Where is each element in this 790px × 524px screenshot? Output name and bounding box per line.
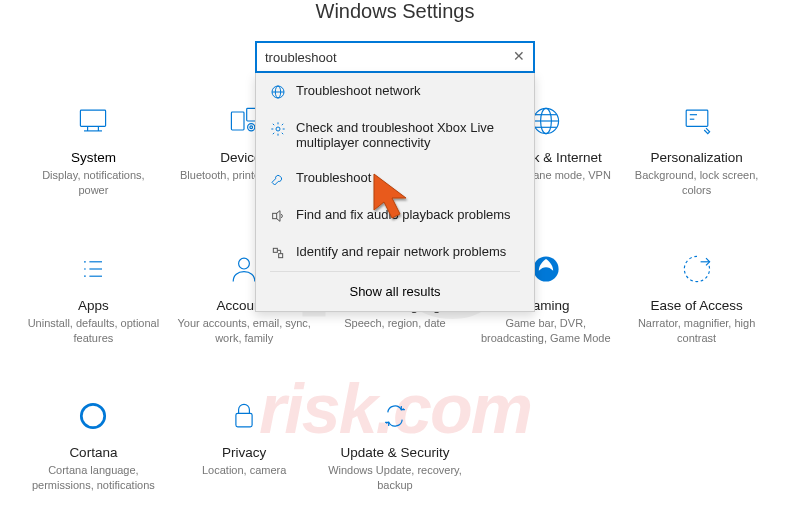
suggestion-label: Find and fix audio playback problems xyxy=(296,207,511,222)
tile-privacy[interactable]: Privacy Location, camera xyxy=(169,385,320,503)
tile-desc: Cortana language, permissions, notificat… xyxy=(22,463,165,493)
search-container: ✕ Troubleshoot network Check and trouble… xyxy=(255,41,535,73)
svg-rect-4 xyxy=(273,213,277,218)
svg-rect-5 xyxy=(273,248,277,252)
svg-rect-42 xyxy=(236,414,252,428)
tile-desc: Location, camera xyxy=(173,463,316,478)
suggestion-troubleshoot[interactable]: Troubleshoot xyxy=(256,160,534,197)
tile-desc: Game bar, DVR, broadcasting, Game Mode xyxy=(474,316,617,346)
suggestion-repair-network[interactable]: Identify and repair network problems xyxy=(256,234,534,271)
tile-apps[interactable]: Apps Uninstall, defaults, optional featu… xyxy=(18,238,169,356)
tile-desc: Your accounts, email, sync, work, family xyxy=(173,316,316,346)
tile-cortana[interactable]: Cortana Cortana language, permissions, n… xyxy=(18,385,169,503)
system-icon xyxy=(22,100,165,142)
tile-desc: Narrator, magnifier, high contrast xyxy=(625,316,768,346)
tile-title: Apps xyxy=(22,298,165,313)
suggestion-label: Check and troubleshoot Xbox Live multipl… xyxy=(296,120,520,150)
tile-title: Ease of Access xyxy=(625,298,768,313)
personalization-icon xyxy=(625,100,768,142)
audio-icon xyxy=(270,208,286,224)
update-security-icon xyxy=(324,395,467,437)
tile-desc: Background, lock screen, colors xyxy=(625,168,768,198)
svg-point-16 xyxy=(250,126,253,129)
privacy-icon xyxy=(173,395,316,437)
search-input[interactable] xyxy=(255,41,535,73)
suggestion-label: Troubleshoot xyxy=(296,170,371,185)
tile-personalization[interactable]: Personalization Background, lock screen,… xyxy=(621,90,772,208)
tile-title: Privacy xyxy=(173,445,316,460)
suggestion-troubleshoot-network[interactable]: Troubleshoot network xyxy=(256,73,534,110)
tile-title: Update & Security xyxy=(324,445,467,460)
wrench-icon xyxy=(270,171,286,187)
show-all-results[interactable]: Show all results xyxy=(270,271,520,311)
tile-desc: Display, notifications, power xyxy=(22,168,165,198)
svg-rect-6 xyxy=(279,254,283,258)
search-suggestions-dropdown: Troubleshoot network Check and troublesh… xyxy=(255,73,535,312)
cortana-icon xyxy=(22,395,165,437)
suggestion-xbox-connectivity[interactable]: Check and troubleshoot Xbox Live multipl… xyxy=(256,110,534,160)
tile-desc: Speech, region, date xyxy=(324,316,467,331)
tile-update-security[interactable]: Update & Security Windows Update, recove… xyxy=(320,385,471,503)
tile-system[interactable]: System Display, notifications, power xyxy=(18,90,169,208)
svg-rect-9 xyxy=(81,110,106,126)
tile-desc: Windows Update, recovery, backup xyxy=(324,463,467,493)
globe-icon xyxy=(270,84,286,100)
apps-icon xyxy=(22,248,165,290)
svg-point-3 xyxy=(276,127,280,131)
page-title: Windows Settings xyxy=(0,0,790,23)
tile-ease-of-access[interactable]: Ease of Access Narrator, magnifier, high… xyxy=(621,238,772,356)
ease-of-access-icon xyxy=(625,248,768,290)
tile-desc: Uninstall, defaults, optional features xyxy=(22,316,165,346)
tile-title: System xyxy=(22,150,165,165)
clear-search-icon[interactable]: ✕ xyxy=(509,46,529,66)
gear-icon xyxy=(270,121,286,137)
tile-title: Cortana xyxy=(22,445,165,460)
svg-point-41 xyxy=(82,405,105,428)
svg-point-15 xyxy=(248,124,255,131)
svg-rect-13 xyxy=(232,112,245,130)
network-repair-icon xyxy=(270,245,286,261)
tile-title: Personalization xyxy=(625,150,768,165)
suggestion-label: Identify and repair network problems xyxy=(296,244,506,259)
svg-rect-24 xyxy=(686,110,708,126)
suggestion-audio-problems[interactable]: Find and fix audio playback problems xyxy=(256,197,534,234)
suggestion-label: Troubleshoot network xyxy=(296,83,421,98)
svg-point-33 xyxy=(239,258,250,269)
